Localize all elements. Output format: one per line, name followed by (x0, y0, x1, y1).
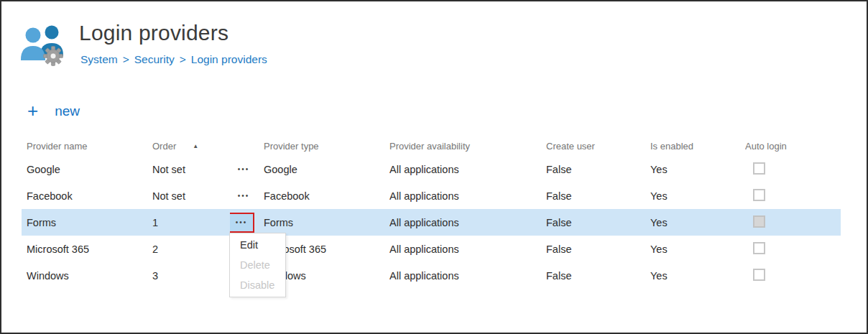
new-button[interactable]: + new (27, 99, 80, 122)
cell-provider-name: Microsoft 365 (22, 243, 152, 255)
cell-provider-availability: All applications (389, 243, 546, 255)
table-row-google[interactable]: Google Not set ••• Google All applicatio… (22, 156, 841, 182)
cell-create-user: False (546, 243, 650, 255)
table-row-facebook[interactable]: Facebook Not set ••• Facebook All applic… (22, 182, 841, 209)
cell-auto-login (745, 189, 841, 203)
menu-item-edit[interactable]: Edit (230, 235, 285, 255)
ellipsis-icon: ••• (236, 192, 250, 200)
auto-login-checkbox[interactable] (753, 242, 765, 254)
cell-auto-login (745, 215, 841, 230)
cell-is-enabled: Yes (650, 190, 745, 202)
plus-icon: + (27, 101, 38, 120)
column-header-auto-login[interactable]: Auto login (745, 141, 841, 152)
table-row-microsoft-365[interactable]: Microsoft 365 2 ••• Microsoft 365 All ap… (22, 236, 841, 262)
cell-auto-login (745, 269, 841, 283)
breadcrumb: System > Security > Login providers (80, 53, 267, 66)
ellipsis-icon: ••• (234, 219, 248, 226)
breadcrumb-separator: > (180, 53, 186, 66)
row-actions-button[interactable]: ••• (231, 160, 255, 179)
column-header-provider-availability[interactable]: Provider availability (389, 141, 546, 152)
cell-provider-name: Facebook (22, 190, 152, 202)
cell-provider-availability: All applications (389, 190, 546, 202)
cell-actions: ••• (230, 213, 264, 233)
cell-provider-availability: All applications (389, 217, 546, 228)
breadcrumb-login-providers: Login providers (191, 53, 267, 66)
cell-provider-name: Google (22, 164, 152, 175)
cell-provider-availability: All applications (389, 270, 546, 282)
table-row-windows[interactable]: Windows 3 ••• Windows All applications F… (22, 262, 841, 289)
menu-item-disable: Disable (230, 275, 285, 295)
cell-auto-login (745, 242, 841, 256)
cell-provider-name: Windows (22, 270, 152, 282)
cell-is-enabled: Yes (650, 270, 745, 282)
cell-actions: ••• (230, 160, 264, 179)
table-header-row: Provider name Order ▲ Provider type Prov… (22, 136, 841, 156)
column-header-provider-type[interactable]: Provider type (264, 141, 389, 152)
login-providers-page: Login providers System > Security > Logi… (0, 0, 868, 334)
ellipsis-icon: ••• (236, 166, 250, 173)
cell-is-enabled: Yes (650, 243, 745, 255)
table-row-forms[interactable]: Forms 1 ••• Forms All applications False… (22, 209, 841, 236)
providers-table: Provider name Order ▲ Provider type Prov… (22, 136, 841, 289)
cell-order: 3 (152, 270, 230, 282)
column-header-order-label: Order (152, 141, 176, 152)
breadcrumb-security[interactable]: Security (134, 53, 175, 66)
auto-login-checkbox[interactable] (753, 215, 765, 228)
column-header-order[interactable]: Order ▲ (152, 141, 230, 152)
cell-order: Not set (152, 190, 230, 202)
breadcrumb-system[interactable]: System (80, 53, 118, 66)
cell-order: Not set (152, 164, 230, 175)
breadcrumb-separator: > (123, 53, 129, 66)
auto-login-checkbox[interactable] (753, 189, 765, 201)
row-context-menu: Edit Delete Disable (229, 233, 286, 297)
cell-provider-type: Facebook (264, 190, 389, 202)
menu-item-delete: Delete (230, 255, 285, 275)
cell-provider-type: Forms (264, 217, 389, 228)
cell-provider-availability: All applications (389, 164, 546, 175)
sort-ascending-icon: ▲ (193, 144, 198, 149)
page-title: Login providers (79, 21, 228, 45)
row-actions-button-active[interactable]: ••• (230, 213, 254, 233)
users-gear-icon (21, 24, 68, 67)
cell-create-user: False (546, 270, 650, 282)
cell-is-enabled: Yes (650, 217, 745, 228)
column-header-is-enabled[interactable]: Is enabled (650, 141, 745, 152)
column-header-create-user[interactable]: Create user (546, 141, 650, 152)
new-button-label: new (55, 104, 80, 118)
cell-order: 2 (152, 243, 230, 255)
auto-login-checkbox[interactable] (753, 162, 765, 175)
row-actions-button[interactable]: ••• (231, 187, 255, 205)
cell-create-user: False (546, 190, 650, 202)
cell-actions: ••• (230, 187, 264, 205)
cell-provider-type: Google (264, 164, 389, 175)
cell-is-enabled: Yes (650, 164, 745, 175)
cell-create-user: False (546, 217, 650, 228)
cell-provider-name: Forms (22, 217, 152, 228)
cell-order: 1 (152, 217, 230, 228)
column-header-provider-name[interactable]: Provider name (22, 141, 152, 152)
cell-create-user: False (546, 164, 650, 175)
cell-auto-login (745, 162, 841, 177)
auto-login-checkbox[interactable] (753, 269, 765, 281)
